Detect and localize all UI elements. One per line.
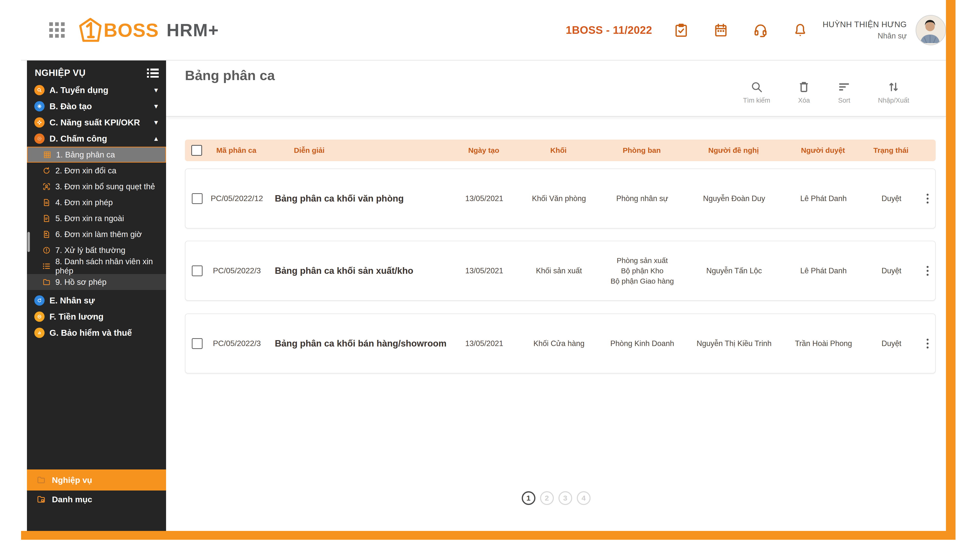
chevron-down-icon[interactable]: ▼ (153, 119, 159, 126)
sort-button[interactable]: Sort (838, 81, 850, 104)
sidebar-subitem-label: 9. Hồ sơ phép (56, 278, 107, 287)
cell-code: PC/05/2022/3 (207, 338, 266, 349)
sidebar-item-tuyen-dung[interactable]: A. Tuyển dụng ▼ (27, 82, 166, 98)
sidebar-subitem-ho-so-phep[interactable]: 9. Hồ sơ phép (27, 274, 166, 290)
table-row[interactable]: PC/05/2022/3 Bảng phân ca khối sản xuất/… (185, 241, 935, 301)
action-label: Tìm kiếm (743, 97, 770, 104)
row-checkbox[interactable] (192, 338, 202, 349)
page-button-1[interactable]: 1 (522, 491, 535, 505)
sidebar-subitem-label: 2. Đơn xin đổi ca (56, 166, 116, 175)
search-icon (750, 81, 763, 93)
sidebar-item-tien-luong[interactable]: F. Tiền lương (27, 308, 166, 325)
row-checkbox[interactable] (192, 265, 202, 276)
folder-icon (36, 494, 46, 504)
shift-table: Mã phân ca Diễn giải Ngày tạo Khối Phòng… (166, 117, 946, 373)
bottom-accent-strip (21, 531, 956, 540)
cell-approver: Trần Hoài Phong (783, 338, 864, 349)
swap-shift-icon (42, 166, 51, 175)
sidebar-subitem-label: 6. Đơn xin làm thêm giờ (56, 230, 142, 239)
status-badge: Duyệt (864, 265, 919, 276)
sidebar-scrollbar[interactable] (27, 232, 30, 252)
column-header[interactable]: Phòng ban (599, 146, 685, 154)
column-header[interactable]: Người duyệt (783, 146, 864, 154)
page-button-4[interactable]: 4 (577, 491, 590, 505)
sidebar-subitem-lam-them-gio[interactable]: 6. Đơn xin làm thêm giờ (27, 226, 166, 242)
sidebar-item-bao-hiem-thue[interactable]: G. Bảo hiểm và thuế (27, 325, 166, 341)
sidebar-subitem-doi-ca[interactable]: 2. Đơn xin đổi ca (27, 163, 166, 178)
sidebar-subitem-don-xin-phep[interactable]: 4. Đơn xin phép (27, 194, 166, 210)
sidebar-subitem-bo-sung-quet-the[interactable]: 3. Đơn xin bổ sung quẹt thẻ (27, 178, 166, 194)
row-menu-button[interactable] (927, 194, 929, 203)
product-name: HRM+ (167, 21, 219, 39)
sort-icon (838, 81, 850, 93)
delete-button[interactable]: Xóa (797, 81, 810, 104)
sidebar-footer: Nghiệp vụ Danh mục (27, 470, 166, 508)
search-button[interactable]: Tìm kiếm (743, 81, 770, 104)
cell-date: 13/05/2021 (450, 338, 519, 349)
sidebar-item-label: A. Tuyển dụng (49, 85, 153, 95)
column-header[interactable]: Người đề nghị (685, 146, 783, 154)
brand-logo[interactable]: BOSS HRM+ (79, 18, 219, 42)
column-header[interactable]: Trạng thái (864, 146, 918, 154)
sidebar: NGHIỆP VỤ A. Tuyển dụng ▼ B. Đào tạo ▼ C… (27, 60, 166, 531)
sidebar-item-cham-cong[interactable]: D. Chấm công ▲ (27, 130, 166, 147)
sidebar-item-kpi-okr[interactable]: C. Năng suất KPI/OKR ▼ (27, 114, 166, 130)
column-header[interactable]: Diễn giải (266, 146, 449, 154)
cell-approver: Lê Phát Danh (783, 193, 864, 204)
cell-block: Khối Văn phòng (519, 193, 599, 204)
badge-scan-icon (42, 182, 51, 191)
leave-form-icon (42, 198, 51, 207)
column-header[interactable]: Khối (518, 146, 599, 154)
headset-icon[interactable] (753, 22, 768, 38)
row-checkbox[interactable] (192, 193, 202, 204)
sidebar-subitem-label: 8. Danh sách nhân viên xin phép (56, 257, 161, 275)
avatar[interactable] (916, 15, 946, 45)
user-info[interactable]: HUỲNH THIỆN HƯNG Nhân sự (822, 18, 907, 42)
sidebar-subitem-danh-sach-xin-phep[interactable]: 8. Danh sách nhân viên xin phép (27, 258, 166, 274)
page-button-3[interactable]: 3 (558, 491, 572, 505)
sidebar-subitem-label: 3. Đơn xin bổ sung quẹt thẻ (56, 182, 155, 191)
list-toggle-icon[interactable] (147, 68, 159, 78)
leave-folder-icon (42, 278, 51, 286)
cell-department: Phòng sản xuất Bộ phận Kho Bộ phận Giao … (599, 256, 685, 286)
chevron-up-icon[interactable]: ▲ (153, 135, 159, 143)
exception-alert-icon (42, 246, 51, 255)
column-header[interactable]: Mã phân ca (207, 146, 266, 154)
overtime-form-icon (42, 230, 51, 239)
toolbar: Tìm kiếm Xóa Sort Nhập/Xuất (743, 81, 909, 116)
user-name: HUỲNH THIỆN HƯNG (822, 18, 907, 30)
timekeeping-icon (34, 133, 45, 144)
row-menu-button[interactable] (927, 339, 929, 348)
sidebar-item-label: F. Tiền lương (49, 312, 159, 322)
sidebar-subitem-ra-ngoai[interactable]: 5. Đơn xin ra ngoài (27, 210, 166, 226)
sidebar-item-nhan-su[interactable]: E. Nhân sự (27, 292, 166, 308)
sidebar-item-dao-tao[interactable]: B. Đào tạo ▼ (27, 98, 166, 114)
sidebar-footer-nghiep-vu[interactable]: Nghiệp vụ (27, 470, 166, 491)
page-button-2[interactable]: 2 (540, 491, 554, 505)
select-all-checkbox[interactable] (191, 145, 202, 156)
chevron-down-icon[interactable]: ▼ (153, 103, 159, 110)
top-icon-group (674, 22, 808, 38)
bell-icon[interactable] (792, 22, 808, 38)
sidebar-footer-label: Danh mục (52, 495, 92, 504)
sidebar-subitem-bang-phan-ca[interactable]: 1. Bảng phân ca (27, 147, 166, 163)
action-label: Xóa (798, 97, 810, 104)
calendar-icon[interactable] (713, 22, 729, 38)
page-header: Bảng phân ca Tìm kiếm Xóa Sort Nhập/Xuất (166, 60, 946, 117)
kpi-icon (34, 117, 45, 128)
table-row[interactable]: PC/05/2022/3 Bảng phân ca khối bán hàng/… (185, 313, 935, 373)
leave-list-icon (42, 262, 51, 271)
row-menu-button[interactable] (927, 266, 929, 276)
sidebar-subitem-xu-ly-bat-thuong[interactable]: 7. Xử lý bất thường (27, 242, 166, 258)
table-row[interactable]: PC/05/2022/12 Bảng phân ca khối văn phòn… (185, 168, 935, 229)
import-export-button[interactable]: Nhập/Xuất (878, 81, 909, 104)
column-header[interactable]: Ngày tạo (449, 146, 518, 154)
chevron-down-icon[interactable]: ▼ (153, 86, 159, 94)
hr-icon (34, 295, 45, 306)
tasks-clipboard-icon[interactable] (674, 22, 689, 38)
payroll-icon (34, 311, 45, 322)
cell-block: Khối sản xuất (519, 265, 599, 276)
cell-proposer: Nguyễn Tấn Lộc (685, 265, 783, 276)
app-grid-icon[interactable] (49, 22, 65, 38)
sidebar-footer-danh-muc[interactable]: Danh mục (27, 491, 166, 508)
